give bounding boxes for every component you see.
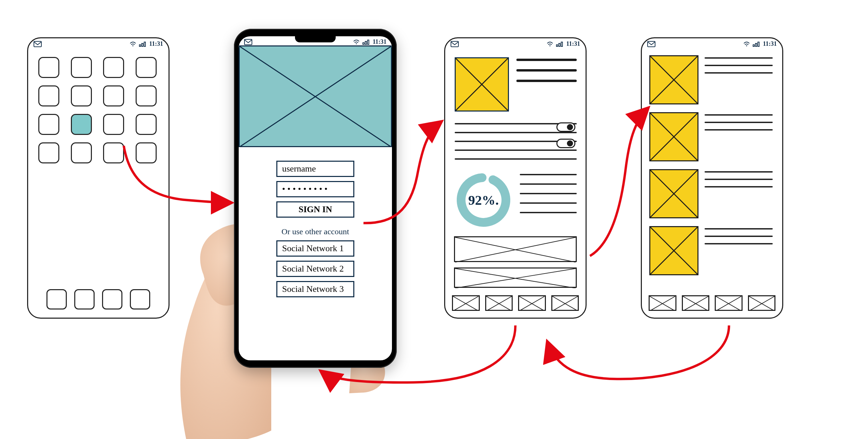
dock-app-icon[interactable] (74, 289, 95, 310)
wifi-icon (353, 39, 360, 45)
signal-icon (362, 39, 370, 45)
avatar-placeholder (455, 57, 509, 112)
header-lines (516, 59, 577, 82)
app-icon[interactable] (38, 85, 59, 106)
svg-rect-5 (244, 39, 252, 45)
status-time: 11:31 (149, 40, 163, 47)
detail-lines (520, 174, 577, 213)
app-icon[interactable] (103, 85, 124, 106)
wifi-icon (130, 41, 136, 47)
svg-rect-35 (755, 43, 757, 46)
screen-1-home: 11:31 (27, 37, 170, 319)
tab-item[interactable] (485, 295, 513, 311)
app-icon[interactable] (38, 142, 59, 163)
social-login-1[interactable]: Social Network 1 (276, 240, 354, 257)
app-icon[interactable] (71, 142, 92, 163)
screen-4-list: 11:31 (641, 37, 783, 319)
app-icon[interactable] (103, 57, 124, 78)
dock-app-icon[interactable] (102, 289, 122, 310)
thumbnail-placeholder (649, 55, 698, 104)
tab-item[interactable] (452, 295, 480, 311)
mail-icon (34, 41, 42, 47)
svg-rect-36 (758, 42, 759, 46)
tabbar (649, 295, 775, 311)
app-icon[interactable] (136, 85, 157, 106)
dock-app-icon[interactable] (46, 289, 67, 310)
tab-item[interactable] (518, 295, 546, 311)
svg-rect-34 (753, 45, 754, 46)
signal-icon (556, 41, 564, 47)
svg-rect-8 (365, 41, 367, 44)
list-item-text (705, 55, 775, 108)
list-item[interactable] (649, 112, 775, 165)
app-grid (28, 47, 169, 167)
svg-rect-16 (561, 42, 563, 46)
list-item[interactable] (649, 226, 775, 279)
password-input[interactable]: • • • • • • • • • (276, 181, 354, 197)
svg-rect-4 (144, 42, 145, 46)
screen-2-signin: 11:31 username • • • • • • • • • SIGN IN… (234, 29, 397, 368)
app-icon[interactable] (103, 114, 124, 135)
status-time: 11:31 (566, 40, 580, 47)
hero-image-placeholder (239, 45, 392, 147)
signal-icon (139, 41, 146, 47)
app-icon[interactable] (103, 142, 124, 163)
toggle-1[interactable] (556, 122, 575, 132)
list-item-text (705, 112, 775, 165)
svg-rect-32 (648, 41, 655, 47)
username-input[interactable]: username (276, 161, 354, 177)
svg-rect-7 (363, 43, 364, 44)
status-time: 11:31 (373, 38, 387, 45)
social-login-3[interactable]: Social Network 3 (276, 281, 354, 297)
mail-icon (244, 39, 252, 45)
app-icon[interactable] (71, 57, 92, 78)
statusbar: 11:31 (642, 38, 782, 47)
tab-item[interactable] (715, 295, 743, 311)
svg-point-1 (132, 45, 133, 46)
screen-3-settings: 11:31 92%. (444, 37, 587, 319)
svg-point-33 (746, 45, 747, 46)
tab-item[interactable] (551, 295, 579, 311)
svg-rect-12 (451, 41, 458, 47)
progress-value: 92%. (468, 192, 499, 208)
social-login-2[interactable]: Social Network 2 (276, 261, 354, 277)
card-placeholder-1[interactable] (454, 236, 577, 262)
svg-point-6 (356, 43, 357, 44)
app-icon[interactable] (136, 142, 157, 163)
signin-button[interactable]: SIGN IN (276, 201, 354, 218)
app-icon[interactable] (38, 57, 59, 78)
svg-point-13 (549, 45, 550, 46)
progress-ring: 92%. (455, 171, 512, 229)
toggle-2[interactable] (556, 139, 575, 148)
app-icon[interactable] (71, 85, 92, 106)
app-icon[interactable] (136, 57, 157, 78)
alt-login-label: Or use other account (281, 227, 349, 236)
tabbar (452, 295, 579, 311)
list-item[interactable] (649, 55, 775, 108)
list-item[interactable] (649, 169, 775, 222)
statusbar: 11:31 (445, 38, 586, 47)
dock (28, 289, 169, 310)
svg-rect-14 (556, 45, 558, 46)
app-icon[interactable] (38, 114, 59, 135)
thumbnail-placeholder (649, 112, 698, 161)
tab-item[interactable] (682, 295, 710, 311)
wifi-icon (547, 41, 553, 47)
card-placeholder-2[interactable] (454, 267, 577, 288)
list-item-text (705, 169, 775, 222)
svg-rect-15 (559, 43, 560, 46)
svg-rect-0 (34, 41, 41, 47)
wireframe-flow-diagram: 11:31 (0, 0, 868, 439)
statusbar: 11:31 (28, 38, 169, 47)
dock-app-icon[interactable] (130, 289, 150, 310)
status-time: 11:31 (763, 40, 777, 47)
tab-item[interactable] (748, 295, 776, 311)
app-icon[interactable] (136, 114, 157, 135)
app-icon-highlighted[interactable] (71, 114, 92, 135)
list-item-text (705, 226, 775, 279)
thumbnail-placeholder (649, 169, 698, 218)
svg-rect-3 (142, 43, 143, 46)
wifi-icon (743, 41, 750, 47)
tab-item[interactable] (649, 295, 676, 311)
mail-icon (647, 41, 655, 47)
